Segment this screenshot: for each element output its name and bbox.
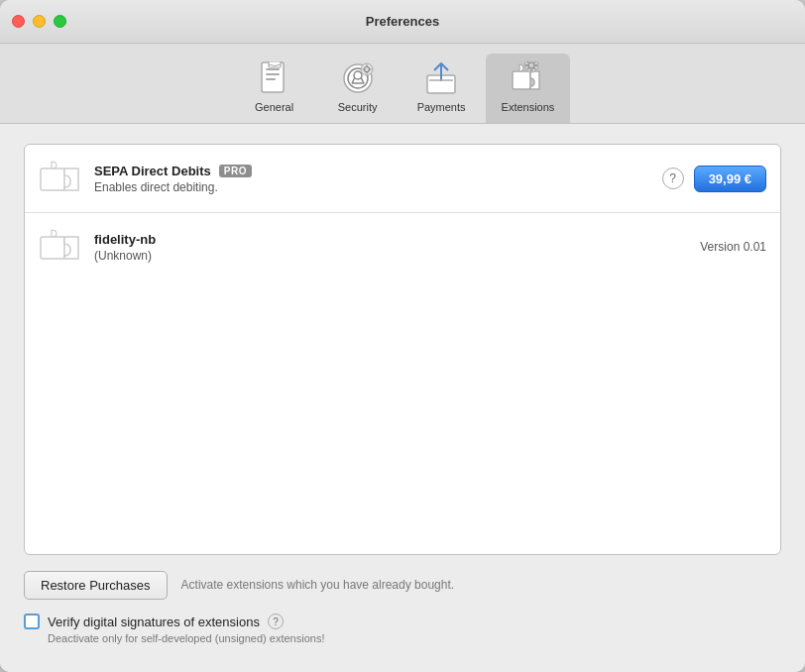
verify-sub-label: Deactivate only for self-developed (unsi… [48, 632, 781, 644]
close-button[interactable] [12, 15, 25, 28]
general-icon [257, 61, 292, 97]
restore-row: Restore Purchases Activate extensions wh… [24, 571, 781, 600]
svg-rect-19 [513, 71, 530, 89]
tab-general[interactable]: General [235, 54, 314, 123]
fidelity-actions: Version 0.01 [700, 240, 766, 254]
extensions-list: SEPA Direct Debits PRO Enables direct de… [24, 144, 781, 555]
security-icon [340, 61, 376, 97]
title-bar: Preferences [0, 0, 805, 44]
sepa-description: Enables direct debiting. [94, 180, 650, 194]
fidelity-name: fidelity-nb [94, 232, 688, 247]
maximize-button[interactable] [54, 15, 66, 28]
svg-rect-4 [269, 61, 281, 67]
verify-row: Verify digital signatures of extensions … [24, 614, 781, 644]
restore-purchases-button[interactable]: Restore Purchases [24, 571, 168, 600]
payments-label: Payments [417, 101, 466, 113]
fidelity-description: (Unknown) [94, 249, 688, 263]
tab-extensions[interactable]: Extensions [486, 54, 571, 123]
content-area: SEPA Direct Debits PRO Enables direct de… [0, 124, 805, 672]
extension-item-sepa: SEPA Direct Debits PRO Enables direct de… [25, 145, 780, 213]
window-controls [12, 15, 66, 28]
svg-rect-1 [266, 68, 280, 70]
tab-payments[interactable]: Payments [402, 54, 482, 123]
extensions-label: Extensions [502, 101, 555, 113]
svg-rect-2 [266, 73, 280, 75]
svg-rect-31 [41, 237, 64, 259]
svg-rect-3 [266, 78, 276, 80]
verify-label-row: Verify digital signatures of extensions … [24, 614, 781, 629]
svg-rect-30 [41, 168, 64, 190]
window-title: Preferences [366, 14, 439, 29]
fidelity-version: Version 0.01 [700, 240, 766, 254]
extensions-icon [510, 61, 545, 97]
sepa-info: SEPA Direct Debits PRO Enables direct de… [94, 164, 650, 194]
security-label: Security [338, 101, 378, 113]
extension-item-fidelity: fidelity-nb (Unknown) Version 0.01 [25, 213, 780, 280]
sepa-buy-button[interactable]: 39,99 € [694, 166, 766, 192]
verify-label: Verify digital signatures of extensions [48, 615, 260, 629]
sepa-help-button[interactable]: ? [662, 168, 684, 189]
minimize-button[interactable] [33, 15, 46, 28]
verify-checkbox[interactable] [24, 614, 40, 629]
sepa-icon [39, 157, 82, 200]
pro-badge: PRO [219, 165, 252, 177]
preferences-window: Preferences General [0, 0, 805, 672]
verify-help-button[interactable]: ? [268, 614, 284, 629]
tab-security[interactable]: Security [318, 54, 398, 123]
restore-description: Activate extensions which you have alrea… [181, 577, 455, 594]
sepa-actions: ? 39,99 € [662, 166, 766, 192]
sepa-name: SEPA Direct Debits PRO [94, 164, 650, 178]
fidelity-info: fidelity-nb (Unknown) [94, 232, 688, 263]
bottom-actions: Restore Purchases Activate extensions wh… [24, 571, 781, 652]
payments-icon [423, 61, 459, 97]
general-label: General [255, 101, 293, 113]
toolbar: General [0, 44, 805, 124]
fidelity-icon [39, 225, 82, 269]
